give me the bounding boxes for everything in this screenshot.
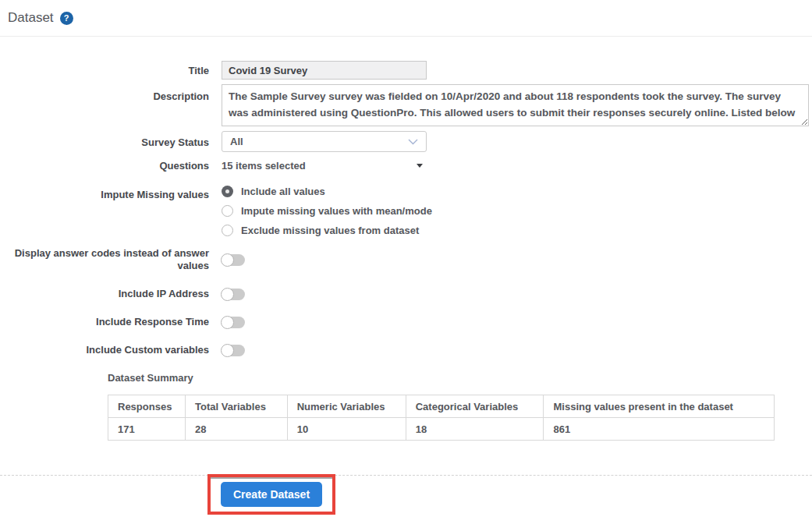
questions-row: Questions 15 items selected [0,160,812,172]
help-icon[interactable]: ? [60,12,73,25]
create-dataset-button[interactable]: Create Dataset [221,482,322,507]
radio-impute-mean-mode[interactable]: Impute missing values with mean/mode [222,201,812,221]
table-cell: 18 [406,418,544,441]
column-header: Responses [108,395,186,418]
dataset-summary-title: Dataset Summary [108,372,775,384]
radio-include-all-values[interactable]: Include all values [222,182,812,201]
toggle-label: Display answer codes instead of answer v… [0,247,222,272]
toggle-label: Include Custom variables [0,344,222,356]
toggle-label: Include IP Address [0,288,222,300]
annotation-highlight-box: Create Dataset [207,474,335,515]
caret-down-icon [417,164,423,168]
impute-label: Impute Missing values [0,182,222,200]
page-header: Dataset ? [0,0,812,26]
table-cell: 10 [287,418,406,441]
radio-unselected-icon[interactable] [222,205,233,217]
footer-dashed-divider [0,475,812,476]
toggle-knob [221,316,234,329]
radio-selected-icon[interactable] [222,186,233,197]
title-label: Title [0,61,222,76]
radio-exclude-missing[interactable]: Exclude missing values from dataset [222,221,812,240]
questions-label: Questions [0,160,222,172]
ip-address-toggle[interactable] [222,289,245,300]
description-label: Description [0,84,222,102]
column-header: Numeric Variables [287,395,406,418]
column-header: Missing values present in the dataset [544,395,775,418]
table-cell: 28 [186,418,288,441]
dataset-summary-table: Responses Total Variables Numeric Variab… [108,395,775,441]
toggle-knob [221,253,234,267]
survey-status-label: Survey Status [0,131,222,148]
response-time-toggle[interactable] [222,317,245,328]
dataset-form: Title Description The Sample Survey surv… [0,61,812,356]
title-input[interactable] [222,61,427,80]
page-title: Dataset [8,10,54,26]
answer-codes-toggle[interactable] [222,254,245,266]
table-header-row: Responses Total Variables Numeric Variab… [108,395,775,418]
description-textarea[interactable]: The Sample Survey survey was fielded on … [222,84,809,126]
description-row: Description The Sample Survey survey was… [0,84,812,126]
survey-status-row: Survey Status All [0,131,812,152]
questions-multiselect[interactable]: 15 items selected [222,160,427,172]
custom-variables-toggle[interactable] [222,345,245,356]
column-header: Total Variables [186,395,288,418]
radio-unselected-icon[interactable] [222,225,233,236]
toggle-row-response-time: Include Response Time [0,316,812,328]
title-row: Title [0,61,812,80]
toggle-knob [221,344,234,357]
toggle-row-answer-codes: Display answer codes instead of answer v… [0,247,812,272]
impute-row: Impute Missing values Include all values… [0,182,812,240]
table-cell: 171 [108,418,186,441]
toggle-label: Include Response Time [0,316,222,328]
radio-label: Exclude missing values from dataset [241,225,419,236]
survey-status-value: All [230,136,243,147]
survey-status-select[interactable]: All [222,131,427,152]
questions-selected-count: 15 items selected [222,160,306,172]
table-row: 171 28 10 18 861 [108,418,775,441]
radio-label: Include all values [241,186,325,197]
table-cell: 861 [544,418,775,441]
toggle-row-ip-address: Include IP Address [0,288,812,300]
toggle-row-custom-variables: Include Custom variables [0,344,812,356]
chevron-down-icon [408,139,418,145]
header-divider [0,36,812,37]
radio-label: Impute missing values with mean/mode [241,205,432,217]
toggle-knob [221,288,234,301]
dataset-summary-section: Dataset Summary Responses Total Variable… [108,372,775,441]
column-header: Categorical Variables [406,395,544,418]
